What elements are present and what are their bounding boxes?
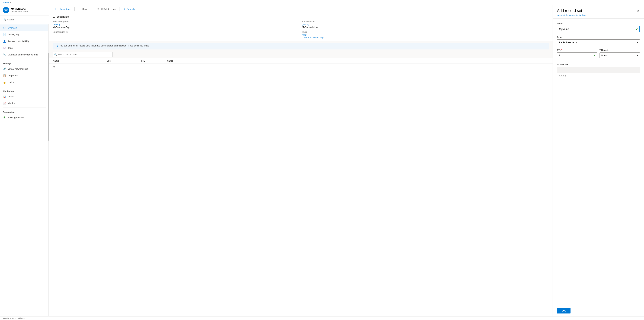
panel-subtitle: privatelink.azurehdinsight.net (557, 14, 586, 16)
sidebar-nav: ⬡ Overview 📄 Activity log 👤 Access contr… (0, 24, 49, 316)
col-value: Value (167, 60, 549, 62)
name-input[interactable] (557, 26, 640, 32)
tags-add-link[interactable]: Click here to add tags (302, 36, 324, 39)
delete-zone-button[interactable]: 🗑 🗑 Delete zone (95, 7, 118, 12)
sidebar-item-locks[interactable]: 🔒 Locks (0, 79, 49, 86)
subscription-item: Subscription (move) MySubscription (302, 20, 549, 29)
delete-icon: 🗑 (97, 8, 100, 11)
refresh-icon: ↻ (124, 8, 126, 11)
move-chevron-icon: ▾ (88, 8, 89, 10)
nav-divider-automation (3, 108, 46, 108)
sidebar-item-tags[interactable]: 🏷 Tags (0, 45, 49, 51)
info-icon: ℹ (57, 44, 58, 48)
top-nav: Home › (0, 0, 644, 5)
automation-section-title: Automation (0, 109, 49, 114)
alerts-icon: 📊 (3, 95, 6, 98)
sidebar-item-label: Tasks (preview) (8, 116, 24, 119)
sidebar-item-diagnose[interactable]: 🔧 Diagnose and solve problems (0, 51, 49, 58)
ip-address-label: IP address (557, 63, 640, 66)
row-ttl (141, 66, 167, 68)
ttl-input[interactable] (557, 53, 598, 58)
subscription-value: MySubscription (302, 26, 549, 29)
ip-address-input[interactable] (557, 73, 640, 79)
essentials-header[interactable]: ▲ Essentials (53, 15, 549, 18)
ok-button[interactable]: OK (557, 308, 570, 313)
essentials-collapse-icon: ▲ (53, 15, 55, 18)
sidebar-item-access-control[interactable]: 👤 Access control (IAM) (0, 38, 49, 45)
ttl-row: TTL* ✓ TTL unit Seconds Minutes Hours (557, 49, 640, 62)
tags-label: Tags (302, 31, 549, 33)
sidebar-item-overview[interactable]: ⬡ Overview (0, 25, 49, 31)
search-input[interactable] (2, 17, 47, 22)
sidebar-header: DNS MYDNSZone Private DNS zone (0, 5, 49, 16)
row-value (167, 66, 549, 68)
toolbar-sep-3 (120, 7, 120, 11)
col-ttl: TTL (141, 60, 167, 62)
sidebar-item-label: Activity log (8, 33, 19, 36)
access-control-icon: 👤 (3, 40, 6, 43)
name-field-group: Name ✓ (557, 22, 640, 32)
row-type (106, 66, 141, 68)
record-table: Name Type TTL Value @ (49, 58, 552, 316)
subscription-id-item: Subscription ID (53, 31, 300, 39)
tasks-icon: ⚙ (3, 116, 6, 119)
move-label: Move (82, 8, 88, 11)
sidebar-item-activity-log[interactable]: 📄 Activity log (0, 31, 49, 38)
ip-more-options-button[interactable]: ··· (634, 69, 638, 72)
ip-address-header: ··· (557, 67, 640, 73)
breadcrumb-sep: › (10, 1, 11, 4)
status-bar: s.portal.azure.com/#home (0, 316, 644, 320)
ttl-unit-select[interactable]: Seconds Minutes Hours Days (600, 53, 640, 58)
subscription-move-link[interactable]: (move) (302, 23, 309, 26)
subscription-id-label: Subscription ID (53, 31, 300, 33)
tags-icon: 🏷 (3, 46, 6, 50)
col-name: Name (53, 60, 106, 62)
resource-group-label: Resource group (53, 20, 300, 23)
record-search-input[interactable] (53, 52, 112, 57)
resource-group-value: MyResourceGrp (53, 26, 300, 29)
panel-header: Add record set privatelink.azurehdinsigh… (553, 5, 644, 19)
delete-zone-label: 🗑 Delete zone (100, 8, 116, 11)
sidebar-subtitle: Private DNS zone (11, 11, 28, 13)
home-link[interactable]: Home (3, 1, 9, 4)
ttl-check-icon: ✓ (594, 54, 596, 57)
nav-divider-monitoring (3, 87, 46, 87)
sidebar-item-properties[interactable]: 📋 Properties (0, 72, 49, 79)
ttl-unit-label: TTL unit (600, 49, 640, 51)
panel-title: Add record set (557, 9, 586, 13)
table-header: Name Type TTL Value (49, 58, 552, 64)
resource-group-move-link[interactable]: (move) (53, 23, 60, 26)
refresh-button[interactable]: ↻ Refresh (122, 7, 137, 12)
move-button[interactable]: → Move ▾ (76, 7, 92, 12)
type-select-wrap: A – Address record AAAA – IPv6 address r… (557, 40, 640, 45)
type-label: Type (557, 36, 640, 38)
essentials-grid: Resource group (move) MyResourceGrp Subs… (53, 20, 549, 39)
info-banner-text: You can search for record sets that have… (59, 44, 149, 47)
status-url: s.portal.azure.com/#home (3, 317, 25, 319)
ttl-field-group: TTL* ✓ (557, 49, 598, 58)
essentials-section: ▲ Essentials Resource group (move) MyRes… (49, 13, 552, 41)
tags-item: Tags (edit) Click here to add tags (302, 31, 549, 39)
monitoring-section-title: Monitoring (0, 88, 49, 93)
add-icon: + (55, 8, 56, 11)
sidebar-title: MYDNSZone (11, 8, 28, 11)
record-search-wrap: 🔍 (53, 52, 112, 57)
sidebar-item-virtual-network-links[interactable]: 🔗 Virtual network links (0, 66, 49, 72)
sidebar-item-metrics[interactable]: 📈 Metrics (0, 100, 49, 107)
sidebar-item-label: Overview (8, 27, 17, 29)
name-input-wrap: ✓ (557, 26, 640, 32)
ip-address-section: IP address ··· (557, 63, 640, 79)
record-set-label: + Record set (58, 8, 70, 11)
panel-body: Name ✓ Type A – Address record AAAA – IP… (553, 19, 644, 305)
tags-edit-link[interactable]: (edit) (302, 34, 307, 36)
overview-icon: ⬡ (3, 26, 6, 29)
panel-close-button[interactable]: × (636, 9, 640, 14)
search-icon: 🔍 (4, 18, 6, 21)
sidebar-item-tasks[interactable]: ⚙ Tasks (preview) (0, 114, 49, 121)
add-record-set-button[interactable]: + + Record set (53, 6, 72, 12)
sidebar-item-label: Alerts (8, 95, 14, 98)
ttl-label: TTL* (557, 49, 598, 51)
type-select[interactable]: A – Address record AAAA – IPv6 address r… (557, 40, 640, 45)
table-row[interactable]: @ (49, 64, 552, 70)
sidebar-item-alerts[interactable]: 📊 Alerts (0, 93, 49, 100)
